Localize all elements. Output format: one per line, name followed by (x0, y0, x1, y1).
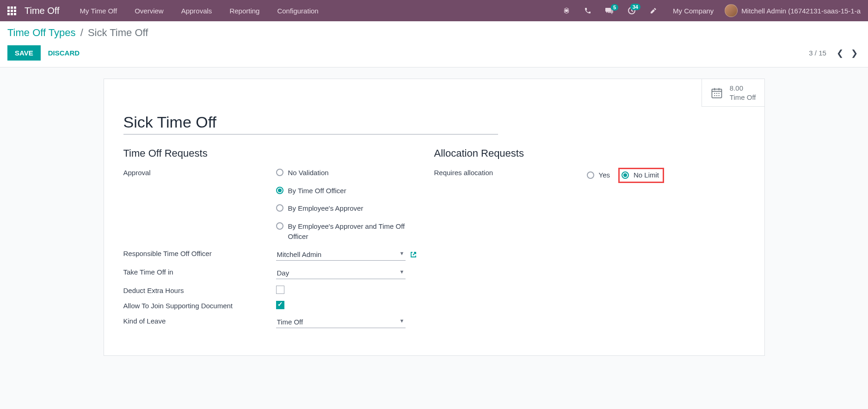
radio-by-officer[interactable]: By Time Off Officer (276, 186, 434, 196)
radio-label: By Employee's Approver (288, 203, 363, 214)
svg-point-0 (565, 9, 568, 12)
nav-my-time-off[interactable]: My Time Off (74, 7, 124, 15)
radio-by-approver[interactable]: By Employee's Approver (276, 203, 434, 214)
radio-icon (622, 171, 629, 179)
stat-label: Time Off (730, 93, 756, 102)
save-button[interactable]: SAVE (7, 45, 41, 61)
user-menu[interactable]: Mitchell Admin (16742131-saas-15-1-a (725, 4, 861, 17)
activities-badge: 34 (630, 4, 640, 10)
pager-next[interactable]: ❯ (848, 49, 861, 58)
phone-icon[interactable] (579, 7, 596, 14)
calendar-icon (710, 86, 723, 99)
avatar (725, 4, 738, 17)
control-panel: Time Off Types / Sick Time Off SAVE DISC… (0, 21, 868, 67)
radio-icon (276, 222, 283, 230)
allow-supporting-doc-checkbox[interactable] (276, 301, 284, 309)
radio-icon (276, 187, 283, 194)
kind-of-leave-input[interactable] (276, 316, 406, 328)
radio-label: By Time Off Officer (288, 186, 346, 196)
requires-allocation-radio-group: Yes No Limit (587, 168, 745, 183)
radio-icon (587, 171, 594, 179)
stat-time-off-button[interactable]: 8.00 Time Off (702, 79, 764, 107)
section-time-off-requests: Time Off Requests (123, 147, 434, 159)
nav-overview[interactable]: Overview (128, 7, 170, 15)
breadcrumb-separator: / (80, 27, 83, 38)
activities-icon[interactable]: 34 (623, 6, 640, 15)
radio-icon (276, 169, 283, 176)
breadcrumb-current: Sick Time Off (88, 27, 148, 38)
discard-button[interactable]: DISCARD (48, 49, 80, 57)
label-kind: Kind of Leave (123, 316, 276, 325)
highlight-box: No Limit (618, 168, 664, 183)
apps-icon[interactable] (7, 6, 16, 15)
company-selector[interactable]: My Company (666, 7, 720, 15)
form-sheet: 8.00 Time Off Time Off Requests Approval (104, 79, 765, 356)
pager-count[interactable]: 3 / 15 (809, 49, 826, 57)
nav-approvals[interactable]: Approvals (175, 7, 219, 15)
nav-configuration[interactable]: Configuration (271, 7, 325, 15)
radio-label: By Employee's Approver and Time Off Offi… (288, 221, 408, 242)
breadcrumb: Time Off Types / Sick Time Off (7, 27, 861, 39)
top-navbar: Time Off My Time Off Overview Approvals … (0, 0, 868, 21)
pager-prev[interactable]: ❮ (834, 49, 846, 58)
user-name: Mitchell Admin (16742131-saas-15-1-a (741, 7, 861, 15)
tools-icon[interactable] (645, 7, 662, 14)
messages-badge: 5 (611, 4, 618, 11)
radio-no-validation[interactable]: No Validation (276, 168, 434, 178)
nav-reporting[interactable]: Reporting (223, 7, 266, 15)
radio-label: No Limit (634, 170, 659, 181)
section-allocation-requests: Allocation Requests (434, 147, 745, 159)
radio-label: Yes (599, 170, 610, 181)
record-title-input[interactable] (123, 111, 498, 134)
radio-alloc-no-limit[interactable]: No Limit (622, 170, 659, 181)
breadcrumb-parent[interactable]: Time Off Types (7, 27, 76, 38)
label-supporting: Allow To Join Supporting Document (123, 301, 276, 310)
radio-icon (276, 204, 283, 212)
radio-label: No Validation (288, 168, 329, 178)
approval-radio-group: No Validation By Time Off Officer By Emp… (276, 168, 434, 242)
stat-value: 8.00 (730, 84, 756, 93)
label-deduct: Deduct Extra Hours (123, 286, 276, 294)
responsible-officer-input[interactable] (276, 249, 406, 261)
label-requires-allocation: Requires allocation (434, 168, 587, 177)
external-link-icon[interactable] (410, 251, 417, 258)
label-responsible: Responsible Time Off Officer (123, 249, 276, 257)
take-time-off-in-input[interactable] (276, 267, 406, 279)
radio-alloc-yes[interactable]: Yes (587, 170, 610, 181)
label-take-in: Take Time Off in (123, 267, 276, 276)
debug-icon[interactable] (558, 7, 575, 14)
messages-icon[interactable]: 5 (601, 7, 618, 14)
label-approval: Approval (123, 168, 276, 177)
app-brand[interactable]: Time Off (25, 6, 60, 16)
radio-by-approver-and-officer[interactable]: By Employee's Approver and Time Off Offi… (276, 221, 434, 242)
deduct-extra-hours-checkbox[interactable] (276, 286, 284, 294)
